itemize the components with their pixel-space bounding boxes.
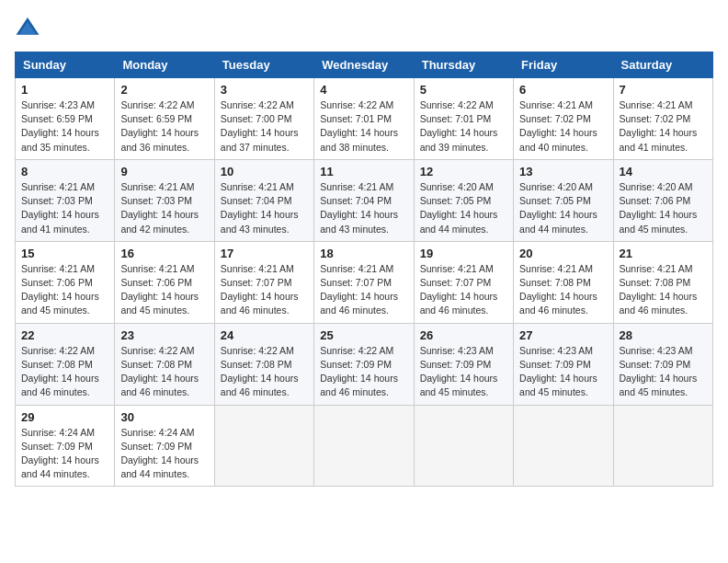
col-header-sunday: Sunday [16,52,115,78]
calendar-cell: 20 Sunrise: 4:21 AM Sunset: 7:08 PM Dayl… [514,241,613,323]
calendar-cell: 9 Sunrise: 4:21 AM Sunset: 7:03 PM Dayli… [115,159,214,241]
day-info: Sunrise: 4:23 AM Sunset: 7:09 PM Dayligh… [420,344,507,400]
calendar-cell: 21 Sunrise: 4:21 AM Sunset: 7:08 PM Dayl… [613,241,712,323]
day-number: 29 [21,410,108,424]
calendar-header-row: SundayMondayTuesdayWednesdayThursdayFrid… [16,52,713,78]
day-info: Sunrise: 4:22 AM Sunset: 7:08 PM Dayligh… [221,344,308,400]
day-number: 27 [519,328,607,342]
calendar-cell: 27 Sunrise: 4:23 AM Sunset: 7:09 PM Dayl… [514,323,613,405]
day-number: 5 [420,83,507,97]
day-number: 15 [21,247,108,260]
day-number: 10 [221,165,308,178]
day-info: Sunrise: 4:24 AM Sunset: 7:09 PM Dayligh… [120,426,208,482]
calendar-cell: 25 Sunrise: 4:22 AM Sunset: 7:09 PM Dayl… [314,323,414,405]
week-row-4: 22 Sunrise: 4:22 AM Sunset: 7:08 PM Dayl… [16,323,713,405]
day-number: 23 [120,328,208,342]
calendar-cell: 16 Sunrise: 4:21 AM Sunset: 7:06 PM Dayl… [115,241,214,323]
logo-icon [15,15,40,40]
calendar-cell: 3 Sunrise: 4:22 AM Sunset: 7:00 PM Dayli… [214,78,313,160]
day-number: 9 [120,165,208,178]
calendar-cell: 7 Sunrise: 4:21 AM Sunset: 7:02 PM Dayli… [613,78,712,160]
day-info: Sunrise: 4:21 AM Sunset: 7:04 PM Dayligh… [320,180,407,236]
day-number: 24 [221,328,308,342]
day-number: 1 [21,83,108,97]
day-info: Sunrise: 4:21 AM Sunset: 7:08 PM Dayligh… [620,262,707,318]
day-number: 20 [519,247,607,260]
day-info: Sunrise: 4:21 AM Sunset: 7:02 PM Dayligh… [620,98,707,155]
calendar-cell: 30 Sunrise: 4:24 AM Sunset: 7:09 PM Dayl… [115,405,214,487]
day-number: 28 [620,328,707,342]
calendar-table: SundayMondayTuesdayWednesdayThursdayFrid… [15,52,713,487]
day-number: 7 [620,83,707,97]
calendar-cell: 14 Sunrise: 4:20 AM Sunset: 7:06 PM Dayl… [613,159,712,241]
week-row-2: 8 Sunrise: 4:21 AM Sunset: 7:03 PM Dayli… [16,159,713,241]
day-info: Sunrise: 4:20 AM Sunset: 7:05 PM Dayligh… [519,180,607,236]
day-info: Sunrise: 4:23 AM Sunset: 7:09 PM Dayligh… [620,344,707,400]
calendar-cell [514,405,613,487]
calendar-cell: 6 Sunrise: 4:21 AM Sunset: 7:02 PM Dayli… [514,78,613,160]
day-info: Sunrise: 4:21 AM Sunset: 7:03 PM Dayligh… [120,180,208,236]
calendar-cell: 28 Sunrise: 4:23 AM Sunset: 7:09 PM Dayl… [613,323,712,405]
day-number: 25 [320,328,407,342]
day-number: 4 [320,83,407,97]
calendar-cell [613,405,712,487]
day-number: 17 [221,247,308,260]
day-number: 21 [620,247,707,260]
calendar-cell: 13 Sunrise: 4:20 AM Sunset: 7:05 PM Dayl… [514,159,613,241]
calendar-cell: 23 Sunrise: 4:22 AM Sunset: 7:08 PM Dayl… [115,323,214,405]
col-header-thursday: Thursday [414,52,513,78]
day-info: Sunrise: 4:21 AM Sunset: 7:08 PM Dayligh… [519,262,607,318]
col-header-saturday: Saturday [613,52,712,78]
day-number: 2 [120,83,208,97]
day-number: 12 [420,165,507,178]
day-info: Sunrise: 4:21 AM Sunset: 7:07 PM Dayligh… [420,262,507,318]
col-header-monday: Monday [115,52,214,78]
day-info: Sunrise: 4:21 AM Sunset: 7:03 PM Dayligh… [21,180,108,236]
calendar-cell: 17 Sunrise: 4:21 AM Sunset: 7:07 PM Dayl… [214,241,313,323]
day-info: Sunrise: 4:22 AM Sunset: 6:59 PM Dayligh… [120,98,208,155]
calendar-cell [214,405,313,487]
week-row-5: 29 Sunrise: 4:24 AM Sunset: 7:09 PM Dayl… [16,405,713,487]
day-number: 26 [420,328,507,342]
day-info: Sunrise: 4:21 AM Sunset: 7:07 PM Dayligh… [221,262,308,318]
day-info: Sunrise: 4:21 AM Sunset: 7:07 PM Dayligh… [320,262,407,318]
day-number: 11 [320,165,407,178]
day-info: Sunrise: 4:22 AM Sunset: 7:08 PM Dayligh… [120,344,208,400]
day-info: Sunrise: 4:20 AM Sunset: 7:06 PM Dayligh… [620,180,707,236]
col-header-wednesday: Wednesday [314,52,414,78]
calendar-cell: 4 Sunrise: 4:22 AM Sunset: 7:01 PM Dayli… [314,78,414,160]
calendar-cell: 10 Sunrise: 4:21 AM Sunset: 7:04 PM Dayl… [214,159,313,241]
day-number: 19 [420,247,507,260]
day-info: Sunrise: 4:22 AM Sunset: 7:01 PM Dayligh… [420,98,507,155]
calendar-cell: 22 Sunrise: 4:22 AM Sunset: 7:08 PM Dayl… [16,323,115,405]
calendar-cell: 12 Sunrise: 4:20 AM Sunset: 7:05 PM Dayl… [414,159,513,241]
calendar-cell: 29 Sunrise: 4:24 AM Sunset: 7:09 PM Dayl… [16,405,115,487]
day-info: Sunrise: 4:22 AM Sunset: 7:01 PM Dayligh… [320,98,407,155]
calendar-cell: 19 Sunrise: 4:21 AM Sunset: 7:07 PM Dayl… [414,241,513,323]
day-info: Sunrise: 4:23 AM Sunset: 7:09 PM Dayligh… [519,344,607,400]
day-number: 14 [620,165,707,178]
day-info: Sunrise: 4:21 AM Sunset: 7:06 PM Dayligh… [21,262,108,318]
logo [15,15,44,40]
day-info: Sunrise: 4:22 AM Sunset: 7:09 PM Dayligh… [320,344,407,400]
calendar-cell: 18 Sunrise: 4:21 AM Sunset: 7:07 PM Dayl… [314,241,414,323]
day-info: Sunrise: 4:20 AM Sunset: 7:05 PM Dayligh… [420,180,507,236]
day-info: Sunrise: 4:21 AM Sunset: 7:02 PM Dayligh… [519,98,607,155]
day-number: 16 [120,247,208,260]
day-number: 18 [320,247,407,260]
calendar-cell: 15 Sunrise: 4:21 AM Sunset: 7:06 PM Dayl… [16,241,115,323]
day-number: 30 [120,410,208,424]
calendar-cell: 26 Sunrise: 4:23 AM Sunset: 7:09 PM Dayl… [414,323,513,405]
col-header-friday: Friday [514,52,613,78]
day-info: Sunrise: 4:21 AM Sunset: 7:06 PM Dayligh… [120,262,208,318]
day-info: Sunrise: 4:22 AM Sunset: 7:08 PM Dayligh… [21,344,108,400]
day-number: 13 [519,165,607,178]
day-number: 3 [221,83,308,97]
day-number: 8 [21,165,108,178]
calendar-cell: 11 Sunrise: 4:21 AM Sunset: 7:04 PM Dayl… [314,159,414,241]
week-row-1: 1 Sunrise: 4:23 AM Sunset: 6:59 PM Dayli… [16,78,713,160]
day-info: Sunrise: 4:22 AM Sunset: 7:00 PM Dayligh… [221,98,308,155]
calendar-cell: 2 Sunrise: 4:22 AM Sunset: 6:59 PM Dayli… [115,78,214,160]
page-header [15,15,713,40]
day-info: Sunrise: 4:24 AM Sunset: 7:09 PM Dayligh… [21,426,108,482]
